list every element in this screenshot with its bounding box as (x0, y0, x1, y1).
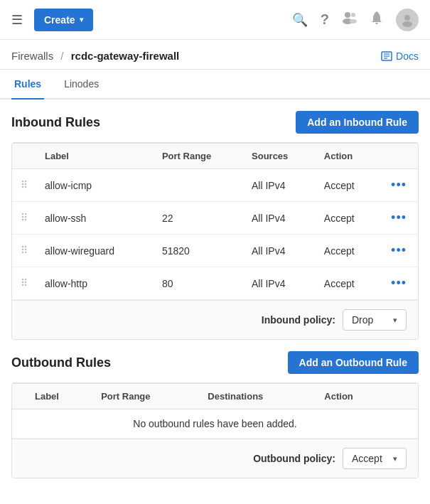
drag-handle-icon (12, 235, 36, 267)
inbound-policy-chevron-icon: ▾ (393, 316, 397, 325)
add-outbound-rule-button[interactable]: Add an Outbound Rule (288, 351, 419, 374)
inbound-port-header: Port Range (154, 144, 243, 169)
rule-label: allow-http (36, 267, 154, 300)
svg-point-1 (351, 13, 355, 17)
rule-options-button[interactable]: ••• (388, 276, 409, 291)
rule-action: Accept (316, 235, 380, 267)
tab-rules[interactable]: Rules (11, 70, 44, 100)
outbound-title: Outbound Rules (11, 355, 111, 370)
svg-point-13 (25, 183, 26, 185)
rule-menu-cell: ••• (380, 267, 418, 300)
search-icon[interactable]: 🔍 (292, 12, 308, 28)
rule-sources: All IPv4 (243, 235, 316, 267)
svg-point-17 (25, 213, 26, 215)
svg-point-24 (22, 249, 23, 250)
outbound-actions-col-header (389, 384, 418, 409)
rule-options-button[interactable]: ••• (388, 178, 409, 193)
outbound-no-rules-row: No outbound rules have been added. (12, 409, 418, 439)
inbound-table-row: allow-ssh 22 All IPv4 Accept ••• (12, 202, 418, 235)
drag-handle-icon (12, 202, 36, 235)
inbound-table-row: allow-wireguard 51820 All IPv4 Accept ••… (12, 235, 418, 267)
inbound-section-header: Inbound Rules Add an Inbound Rule (11, 111, 419, 134)
drag-handle-icon (12, 169, 36, 202)
svg-point-21 (25, 219, 26, 220)
svg-point-30 (22, 282, 23, 283)
outbound-section-header: Outbound Rules Add an Outbound Rule (11, 351, 419, 374)
tabs: Rules Linodes (0, 70, 430, 100)
breadcrumb-parent[interactable]: Firewalls (11, 50, 53, 62)
inbound-table: Label Port Range Sources Action (12, 143, 418, 300)
svg-point-3 (350, 19, 357, 23)
add-inbound-rule-button[interactable]: Add an Inbound Rule (296, 111, 419, 134)
drag-handle-icon (12, 267, 36, 300)
inbound-table-row: allow-icmp All IPv4 Accept ••• (12, 169, 418, 202)
rule-sources: All IPv4 (243, 202, 316, 235)
create-label: Create (44, 14, 75, 26)
inbound-policy-dropdown[interactable]: Drop ▾ (343, 309, 407, 331)
rule-port-range: 22 (154, 202, 243, 235)
inbound-table-wrapper: Label Port Range Sources Action (11, 142, 419, 340)
svg-point-12 (22, 183, 23, 185)
rule-action: Accept (316, 169, 380, 202)
outbound-table-header: Label Port Range Destinations Action (12, 384, 418, 409)
inbound-label-header: Label (36, 144, 154, 169)
svg-point-16 (22, 213, 23, 215)
outbound-policy-row: Outbound policy: Accept ▾ (12, 439, 418, 478)
breadcrumb: Firewalls / rcdc-gateway-firewall (11, 50, 179, 62)
help-icon[interactable]: ? (321, 11, 329, 28)
outbound-table: Label Port Range Destinations Action No … (12, 383, 418, 439)
header: ☰ Create ▾ 🔍 ? (0, 0, 430, 40)
create-button[interactable]: Create ▾ (34, 9, 93, 31)
outbound-table-wrapper: Label Port Range Destinations Action No … (11, 382, 419, 478)
svg-point-11 (25, 181, 26, 182)
outbound-destinations-header: Destinations (199, 384, 316, 409)
inbound-table-row: allow-http 80 All IPv4 Accept ••• (12, 267, 418, 300)
outbound-policy-value: Accept (352, 453, 382, 464)
outbound-policy-dropdown[interactable]: Accept ▾ (343, 448, 407, 469)
inbound-policy-value: Drop (352, 314, 373, 326)
inbound-table-header: Label Port Range Sources Action (12, 144, 418, 169)
svg-point-28 (22, 279, 23, 280)
docs-link[interactable]: Docs (381, 50, 419, 62)
create-chevron-icon: ▾ (80, 16, 83, 23)
inbound-policy-label: Inbound policy: (262, 314, 335, 326)
breadcrumb-current: rcdc-gateway-firewall (71, 50, 180, 62)
svg-point-25 (25, 249, 26, 250)
rule-menu-cell: ••• (380, 235, 418, 267)
svg-point-32 (22, 284, 23, 286)
main-content: Inbound Rules Add an Inbound Rule Label … (0, 100, 430, 490)
no-outbound-rules-message: No outbound rules have been added. (12, 409, 418, 439)
rule-menu-cell: ••• (380, 202, 418, 235)
tab-linodes[interactable]: Linodes (61, 70, 102, 100)
svg-point-15 (25, 186, 26, 188)
svg-point-29 (25, 279, 26, 280)
docs-label: Docs (396, 50, 419, 62)
inbound-title: Inbound Rules (11, 115, 100, 130)
inbound-action-header: Action (316, 144, 380, 169)
rule-options-button[interactable]: ••• (388, 243, 409, 258)
rule-sources: All IPv4 (243, 267, 316, 300)
svg-point-5 (402, 21, 412, 27)
bell-icon[interactable] (370, 11, 383, 28)
svg-point-18 (22, 216, 23, 218)
rule-options-button[interactable]: ••• (388, 210, 409, 225)
inbound-sources-header: Sources (243, 144, 316, 169)
rule-sources: All IPv4 (243, 169, 316, 202)
svg-point-22 (22, 246, 23, 247)
rule-label: allow-icmp (36, 169, 154, 202)
rule-action: Accept (316, 202, 380, 235)
avatar[interactable] (396, 9, 419, 31)
rule-label: allow-ssh (36, 202, 154, 235)
svg-point-10 (22, 181, 23, 182)
inbound-policy-row: Inbound policy: Drop ▾ (12, 300, 418, 339)
people-icon[interactable] (342, 11, 358, 28)
svg-point-19 (25, 216, 26, 218)
svg-point-23 (25, 246, 26, 247)
breadcrumb-bar: Firewalls / rcdc-gateway-firewall Docs (0, 40, 430, 70)
header-icons: 🔍 ? (292, 9, 419, 31)
hamburger-icon[interactable]: ☰ (11, 12, 23, 28)
rule-port-range: 51820 (154, 235, 243, 267)
rule-port-range (154, 169, 243, 202)
svg-point-20 (22, 219, 23, 220)
svg-point-33 (25, 284, 26, 286)
